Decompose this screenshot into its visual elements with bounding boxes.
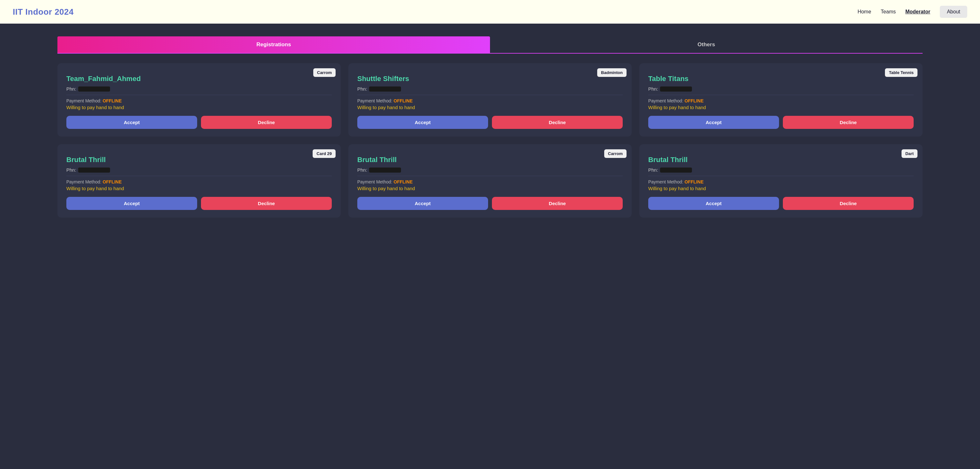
card-1-team-name: Team_Fahmid_Ahmed [66, 75, 332, 83]
card-1: Carrom Team_Fahmid_Ahmed Phn: Payment Me… [57, 63, 341, 137]
card-3-payment-value: OFFLINE [685, 98, 704, 103]
card-3-accept-button[interactable]: Accept [648, 116, 779, 129]
tab-others[interactable]: Others [490, 37, 923, 53]
card-6: Dart Brutal Thrill Phn: Payment Method: … [639, 144, 923, 218]
card-3: Table Tennis Table Titans Phn: Payment M… [639, 63, 923, 137]
card-4-divider [66, 176, 332, 176]
card-4-team-name: Brutal Thrill [66, 156, 332, 164]
card-1-payment-value: OFFLINE [103, 98, 122, 103]
card-4-decline-button[interactable]: Decline [201, 197, 332, 210]
card-3-actions: Accept Decline [648, 116, 914, 129]
card-4-actions: Accept Decline [66, 197, 332, 210]
card-4-phone-redacted [78, 167, 110, 173]
card-4: Card 29 Brutal Thrill Phn: Payment Metho… [57, 144, 341, 218]
card-6-payment-value: OFFLINE [685, 179, 704, 184]
card-2-phone-redacted [369, 86, 401, 92]
card-4-payment-value: OFFLINE [103, 179, 122, 184]
card-3-payment: Payment Method: OFFLINE [648, 98, 914, 103]
card-6-payment: Payment Method: OFFLINE [648, 179, 914, 184]
card-4-willing: Willing to pay hand to hand [66, 186, 332, 191]
card-5-payment: Payment Method: OFFLINE [357, 179, 623, 184]
cards-grid-row2: Card 29 Brutal Thrill Phn: Payment Metho… [57, 144, 923, 218]
card-1-payment: Payment Method: OFFLINE [66, 98, 332, 103]
card-3-badge: Table Tennis [885, 68, 918, 77]
card-2-team-name: Shuttle Shifters [357, 75, 623, 83]
nav-home[interactable]: Home [858, 9, 871, 15]
card-2-payment: Payment Method: OFFLINE [357, 98, 623, 103]
card-1-divider [66, 95, 332, 95]
nav-about[interactable]: About [940, 6, 967, 18]
card-3-phone-redacted [660, 86, 692, 92]
card-5-team-name: Brutal Thrill [357, 156, 623, 164]
nav-moderator[interactable]: Moderator [905, 9, 930, 15]
cards-grid-row1: Carrom Team_Fahmid_Ahmed Phn: Payment Me… [57, 63, 923, 137]
card-4-payment: Payment Method: OFFLINE [66, 179, 332, 184]
card-4-badge: Card 29 [313, 149, 336, 158]
card-4-phone: Phn: [66, 167, 332, 173]
card-5-accept-button[interactable]: Accept [357, 197, 488, 210]
card-2-accept-button[interactable]: Accept [357, 116, 488, 129]
main-nav: Home Teams Moderator About [858, 6, 967, 18]
card-5-payment-value: OFFLINE [394, 179, 413, 184]
card-2-willing: Willing to pay hand to hand [357, 105, 623, 110]
card-6-phone-redacted [660, 167, 692, 173]
card-1-willing: Willing to pay hand to hand [66, 105, 332, 110]
card-5-decline-button[interactable]: Decline [492, 197, 623, 210]
card-6-decline-button[interactable]: Decline [783, 197, 914, 210]
card-5-phone: Phn: [357, 167, 623, 173]
card-6-team-name: Brutal Thrill [648, 156, 914, 164]
card-5-phone-redacted [369, 167, 401, 173]
card-5-divider [357, 176, 623, 176]
card-6-actions: Accept Decline [648, 197, 914, 210]
card-6-phone: Phn: [648, 167, 914, 173]
card-2-badge: Badminton [597, 68, 627, 77]
card-2-actions: Accept Decline [357, 116, 623, 129]
card-2-payment-value: OFFLINE [394, 98, 413, 103]
card-6-badge: Dart [902, 149, 918, 158]
card-6-willing: Willing to pay hand to hand [648, 186, 914, 191]
card-2-divider [357, 95, 623, 95]
card-2: Badminton Shuttle Shifters Phn: Payment … [348, 63, 632, 137]
site-logo: IIT Indoor 2024 [13, 7, 74, 17]
card-3-phone: Phn: [648, 86, 914, 92]
card-6-accept-button[interactable]: Accept [648, 197, 779, 210]
card-5-willing: Willing to pay hand to hand [357, 186, 623, 191]
card-3-divider [648, 95, 914, 95]
card-3-decline-button[interactable]: Decline [783, 116, 914, 129]
tabs-container: Registrations Others [57, 37, 923, 54]
card-3-team-name: Table Titans [648, 75, 914, 83]
main-content: Registrations Others Carrom Team_Fahmid_… [0, 24, 980, 231]
card-5: Carrom Brutal Thrill Phn: Payment Method… [348, 144, 632, 218]
card-6-divider [648, 176, 914, 176]
nav-teams[interactable]: Teams [881, 9, 896, 15]
card-1-phone-redacted [78, 86, 110, 92]
card-4-accept-button[interactable]: Accept [66, 197, 197, 210]
header: IIT Indoor 2024 Home Teams Moderator Abo… [0, 0, 980, 24]
card-1-badge: Carrom [313, 68, 336, 77]
card-1-actions: Accept Decline [66, 116, 332, 129]
card-3-willing: Willing to pay hand to hand [648, 105, 914, 110]
card-2-decline-button[interactable]: Decline [492, 116, 623, 129]
tab-registrations[interactable]: Registrations [57, 37, 490, 53]
card-2-phone: Phn: [357, 86, 623, 92]
card-1-decline-button[interactable]: Decline [201, 116, 332, 129]
card-1-accept-button[interactable]: Accept [66, 116, 197, 129]
card-1-phone: Phn: [66, 86, 332, 92]
card-5-badge: Carrom [604, 149, 627, 158]
card-5-actions: Accept Decline [357, 197, 623, 210]
